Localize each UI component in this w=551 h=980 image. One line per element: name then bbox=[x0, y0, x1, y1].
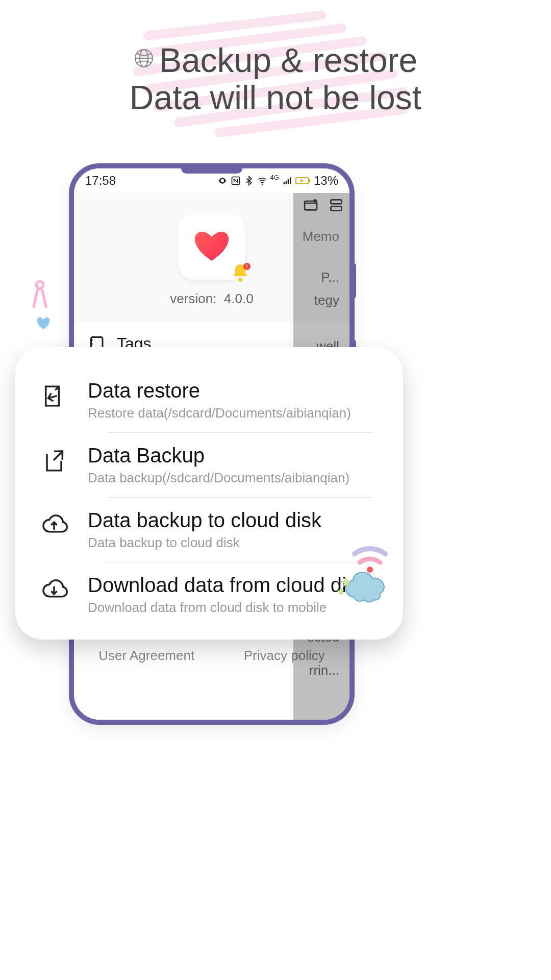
bg-text: P... bbox=[321, 270, 339, 285]
page-headline: Backup & restore Data will not be lost bbox=[0, 0, 551, 116]
eye-icon bbox=[217, 176, 228, 186]
cloud-wifi-doodle bbox=[337, 541, 398, 607]
user-agreement-link[interactable]: User Agreement bbox=[98, 648, 194, 664]
bluetooth-icon bbox=[244, 176, 254, 186]
bell-icon: ! bbox=[229, 261, 252, 285]
bg-text: tegy bbox=[314, 292, 339, 308]
export-icon bbox=[40, 447, 68, 475]
heart-doodle bbox=[35, 315, 52, 331]
svg-point-17 bbox=[367, 567, 373, 573]
cloud-upload-icon bbox=[40, 511, 68, 540]
popup-item-subtitle: Download data from cloud disk to mobile bbox=[88, 600, 367, 616]
battery-percent: 13% bbox=[314, 174, 338, 188]
data-backup-item[interactable]: Data Backup Data backup(/sdcard/Document… bbox=[15, 432, 403, 497]
popup-item-title: Data restore bbox=[88, 379, 351, 402]
wifi-icon bbox=[257, 176, 267, 186]
svg-rect-6 bbox=[309, 179, 310, 182]
popup-item-subtitle: Data backup(/sdcard/Documents/aibianqian… bbox=[88, 470, 349, 486]
popup-item-title: Download data from cloud disk bbox=[88, 573, 367, 597]
popup-item-title: Data Backup bbox=[88, 444, 349, 467]
bg-memo-tab[interactable]: Memo bbox=[303, 229, 339, 244]
version-label: version: bbox=[170, 291, 216, 306]
bg-text: rrin... bbox=[309, 663, 339, 678]
headline-line1: Backup & restore bbox=[159, 42, 417, 79]
svg-rect-8 bbox=[331, 200, 341, 204]
network-label: 4G bbox=[270, 174, 279, 181]
popup-item-title: Data backup to cloud disk bbox=[88, 508, 321, 532]
battery-icon bbox=[295, 176, 311, 186]
svg-rect-9 bbox=[331, 207, 341, 211]
headline-line2: Data will not be lost bbox=[0, 79, 551, 116]
phone-notch bbox=[181, 167, 242, 174]
nfc-icon bbox=[231, 176, 241, 186]
svg-text:!: ! bbox=[246, 264, 247, 270]
grid-toggle-icon[interactable] bbox=[328, 197, 344, 213]
data-restore-item[interactable]: Data restore Restore data(/sdcard/Docume… bbox=[15, 368, 403, 432]
heart-icon bbox=[191, 228, 232, 263]
app-icon: ! bbox=[179, 213, 245, 280]
globe-icon bbox=[134, 48, 154, 68]
signal-icon bbox=[282, 176, 292, 186]
cloud-download-icon bbox=[40, 576, 68, 605]
new-folder-icon[interactable] bbox=[303, 197, 319, 213]
popup-item-subtitle: Restore data(/sdcard/Documents/aibianqia… bbox=[88, 405, 351, 421]
version-value: 4.0.0 bbox=[224, 291, 254, 306]
ribbon-doodle bbox=[30, 279, 50, 309]
import-icon bbox=[40, 382, 68, 410]
popup-item-subtitle: Data backup to cloud disk bbox=[88, 535, 321, 551]
svg-point-10 bbox=[238, 278, 242, 282]
status-time: 17:58 bbox=[85, 174, 116, 188]
svg-point-4 bbox=[261, 183, 263, 185]
